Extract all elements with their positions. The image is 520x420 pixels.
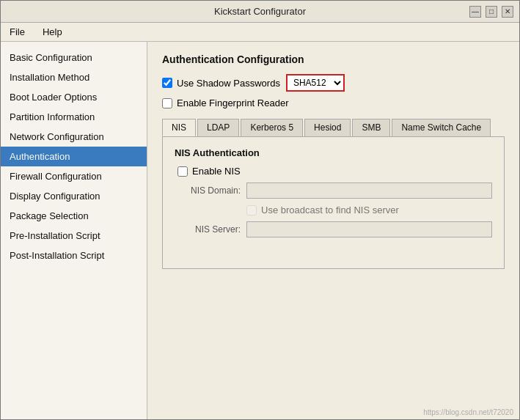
maximize-button[interactable]: □ xyxy=(486,6,497,18)
shadow-passwords-checkbox[interactable] xyxy=(162,78,172,88)
sha-select[interactable]: SHA512 SHA256 MD5 xyxy=(286,74,345,92)
close-button[interactable]: ✕ xyxy=(502,6,513,18)
section-title: Authentication Configuration xyxy=(162,54,505,65)
nis-enable-checkbox[interactable] xyxy=(177,166,188,177)
tab-nis[interactable]: NIS xyxy=(162,119,196,136)
main-content: Authentication Configuration Use Shadow … xyxy=(147,42,519,281)
sidebar-item-boot-loader-options[interactable]: Boot Loader Options xyxy=(1,87,147,107)
sidebar-item-pre-installation-script[interactable]: Pre-Installation Script xyxy=(1,226,147,246)
nis-enable-row: Enable NIS xyxy=(175,166,492,177)
nis-domain-row: NIS Domain: xyxy=(175,183,492,199)
tab-kerberos5[interactable]: Kerberos 5 xyxy=(241,119,303,136)
window-title: Kickstart Configurator xyxy=(51,6,469,17)
sidebar-item-network-configuration[interactable]: Network Configuration xyxy=(1,127,147,147)
nis-enable-label[interactable]: Enable NIS xyxy=(177,166,241,177)
fingerprint-text: Enable Fingerprint Reader xyxy=(177,97,288,108)
menubar: File Help xyxy=(1,23,519,42)
sidebar-item-display-configuration[interactable]: Display Configuration xyxy=(1,186,147,206)
menu-help[interactable]: Help xyxy=(40,25,65,39)
nis-broadcast-text: Use broadcast to find NIS server xyxy=(261,205,399,215)
nis-domain-label: NIS Domain: xyxy=(175,185,241,196)
tab-hesiod[interactable]: Hesiod xyxy=(304,119,351,136)
titlebar: Kickstart Configurator — □ ✕ xyxy=(1,1,519,23)
tab-smb[interactable]: SMB xyxy=(352,119,390,136)
sidebar-item-post-installation-script[interactable]: Post-Installation Script xyxy=(1,246,147,265)
shadow-passwords-text: Use Shadow Passwords xyxy=(177,78,280,89)
nis-section-title: NIS Authentication xyxy=(175,147,492,158)
nis-domain-input[interactable] xyxy=(246,183,492,199)
sidebar-item-partition-information[interactable]: Partition Information xyxy=(1,107,147,127)
nis-server-label: NIS Server: xyxy=(175,224,241,235)
tab-ldap[interactable]: LDAP xyxy=(197,119,239,136)
nis-enable-text: Enable NIS xyxy=(192,166,241,177)
auth-tabs: NIS LDAP Kerberos 5 Hesiod SMB Name Swit… xyxy=(162,119,505,137)
fingerprint-checkbox[interactable] xyxy=(162,98,172,108)
sidebar-item-package-selection[interactable]: Package Selection xyxy=(1,206,147,226)
nis-broadcast-row: Use broadcast to find NIS server xyxy=(175,205,492,215)
nis-broadcast-label[interactable]: Use broadcast to find NIS server xyxy=(246,205,399,215)
fingerprint-row: Enable Fingerprint Reader xyxy=(162,97,505,108)
minimize-button[interactable]: — xyxy=(469,6,481,18)
sidebar-item-basic-configuration[interactable]: Basic Configuration xyxy=(1,48,147,67)
sidebar-item-installation-method[interactable]: Installation Method xyxy=(1,67,147,87)
main-window: Kickstart Configurator — □ ✕ File Help B… xyxy=(0,0,520,420)
tab-content-nis: NIS Authentication Enable NIS NIS Domain… xyxy=(162,137,505,269)
fingerprint-label[interactable]: Enable Fingerprint Reader xyxy=(162,97,288,108)
content-area: Basic Configuration Installation Method … xyxy=(1,42,519,419)
sidebar: Basic Configuration Installation Method … xyxy=(1,42,147,419)
sidebar-item-firewall-configuration[interactable]: Firewall Configuration xyxy=(1,166,147,186)
nis-server-input[interactable] xyxy=(246,221,492,237)
nis-server-row: NIS Server: xyxy=(175,221,492,237)
main-panel: Authentication Configuration Use Shadow … xyxy=(147,42,519,419)
window-controls: — □ ✕ xyxy=(469,6,513,18)
menu-file[interactable]: File xyxy=(7,25,28,39)
tab-name-switch-cache[interactable]: Name Switch Cache xyxy=(392,119,491,136)
nis-broadcast-checkbox[interactable] xyxy=(246,205,257,215)
shadow-passwords-label[interactable]: Use Shadow Passwords xyxy=(162,78,280,89)
shadow-passwords-row: Use Shadow Passwords SHA512 SHA256 MD5 xyxy=(162,74,505,92)
sidebar-item-authentication[interactable]: Authentication xyxy=(1,147,147,166)
watermark: https://blog.csdn.net/t72020 xyxy=(423,408,513,416)
